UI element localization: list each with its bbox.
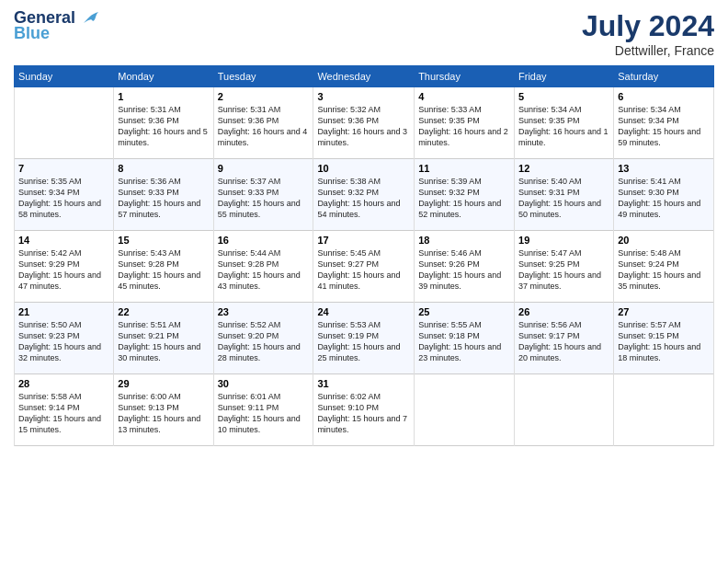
day-number: 2 (218, 91, 310, 102)
day-number: 14 (18, 235, 109, 246)
weekday-header: Wednesday (313, 66, 415, 87)
day-info: Sunrise: 5:41 AM Sunset: 9:30 PM Dayligh… (618, 176, 710, 221)
day-info: Sunrise: 5:43 AM Sunset: 9:28 PM Dayligh… (118, 247, 209, 293)
day-number: 5 (518, 91, 609, 102)
calendar-cell: 25Sunrise: 5:55 AM Sunset: 9:18 PM Dayli… (415, 303, 515, 374)
calendar-cell: 24Sunrise: 5:53 AM Sunset: 9:19 PM Dayli… (313, 303, 415, 374)
day-number: 16 (218, 235, 310, 246)
calendar-cell: 27Sunrise: 5:57 AM Sunset: 9:15 PM Dayli… (614, 303, 714, 374)
calendar-cell: 20Sunrise: 5:48 AM Sunset: 9:24 PM Dayli… (614, 231, 714, 303)
calendar-cell: 17Sunrise: 5:45 AM Sunset: 9:27 PM Dayli… (313, 231, 415, 303)
day-number: 31 (317, 378, 410, 389)
day-number: 28 (18, 378, 109, 389)
month-title: July 2024 (582, 9, 714, 43)
day-info: Sunrise: 5:58 AM Sunset: 9:14 PM Dayligh… (18, 391, 109, 436)
day-number: 4 (418, 91, 510, 102)
calendar-cell: 10Sunrise: 5:38 AM Sunset: 9:32 PM Dayli… (313, 159, 415, 231)
day-info: Sunrise: 5:38 AM Sunset: 9:32 PM Dayligh… (317, 176, 410, 221)
day-info: Sunrise: 5:33 AM Sunset: 9:35 PM Dayligh… (418, 104, 510, 149)
day-number: 3 (317, 91, 410, 102)
calendar-cell: 22Sunrise: 5:51 AM Sunset: 9:21 PM Dayli… (114, 303, 213, 374)
calendar-cell: 15Sunrise: 5:43 AM Sunset: 9:28 PM Dayli… (114, 231, 213, 303)
calendar-cell: 11Sunrise: 5:39 AM Sunset: 9:32 PM Dayli… (415, 159, 515, 231)
calendar-cell: 2Sunrise: 5:31 AM Sunset: 9:36 PM Daylig… (213, 87, 313, 159)
day-number: 21 (18, 306, 109, 317)
day-info: Sunrise: 6:00 AM Sunset: 9:13 PM Dayligh… (118, 391, 209, 436)
location-subtitle: Dettwiller, France (582, 43, 714, 58)
calendar-cell: 8Sunrise: 5:36 AM Sunset: 9:33 PM Daylig… (114, 159, 213, 231)
day-info: Sunrise: 5:55 AM Sunset: 9:18 PM Dayligh… (418, 319, 510, 364)
day-info: Sunrise: 5:47 AM Sunset: 9:25 PM Dayligh… (518, 247, 609, 293)
calendar-cell: 26Sunrise: 5:56 AM Sunset: 9:17 PM Dayli… (515, 303, 614, 374)
day-info: Sunrise: 5:52 AM Sunset: 9:20 PM Dayligh… (218, 319, 310, 364)
day-info: Sunrise: 5:31 AM Sunset: 9:36 PM Dayligh… (218, 104, 310, 149)
calendar-cell: 12Sunrise: 5:40 AM Sunset: 9:31 PM Dayli… (515, 159, 614, 231)
day-info: Sunrise: 5:51 AM Sunset: 9:21 PM Dayligh… (118, 319, 209, 364)
day-info: Sunrise: 5:50 AM Sunset: 9:23 PM Dayligh… (18, 319, 109, 364)
day-number: 20 (618, 235, 710, 246)
calendar-cell: 4Sunrise: 5:33 AM Sunset: 9:35 PM Daylig… (415, 87, 515, 159)
calendar-cell (15, 87, 114, 159)
day-number: 22 (118, 306, 209, 317)
calendar-cell: 13Sunrise: 5:41 AM Sunset: 9:30 PM Dayli… (614, 159, 714, 231)
day-number: 1 (118, 91, 209, 102)
calendar-cell: 3Sunrise: 5:32 AM Sunset: 9:36 PM Daylig… (313, 87, 415, 159)
calendar-cell: 28Sunrise: 5:58 AM Sunset: 9:14 PM Dayli… (15, 374, 114, 446)
calendar-week-row: 1Sunrise: 5:31 AM Sunset: 9:36 PM Daylig… (15, 87, 714, 159)
calendar-cell: 19Sunrise: 5:47 AM Sunset: 9:25 PM Dayli… (515, 231, 614, 303)
day-number: 19 (518, 235, 609, 246)
day-number: 10 (317, 163, 410, 174)
calendar-week-row: 14Sunrise: 5:42 AM Sunset: 9:29 PM Dayli… (15, 231, 714, 303)
day-info: Sunrise: 5:48 AM Sunset: 9:24 PM Dayligh… (618, 247, 710, 293)
calendar-table: SundayMondayTuesdayWednesdayThursdayFrid… (14, 65, 714, 446)
weekday-header: Sunday (15, 66, 114, 87)
day-number: 6 (618, 91, 710, 102)
logo-blue: Blue (14, 24, 50, 43)
calendar-cell: 23Sunrise: 5:52 AM Sunset: 9:20 PM Dayli… (213, 303, 313, 374)
calendar-cell: 21Sunrise: 5:50 AM Sunset: 9:23 PM Dayli… (15, 303, 114, 374)
day-info: Sunrise: 6:01 AM Sunset: 9:11 PM Dayligh… (218, 391, 310, 436)
day-info: Sunrise: 5:46 AM Sunset: 9:26 PM Dayligh… (418, 247, 510, 293)
day-number: 24 (317, 306, 410, 317)
calendar-cell: 29Sunrise: 6:00 AM Sunset: 9:13 PM Dayli… (114, 374, 213, 446)
day-info: Sunrise: 5:42 AM Sunset: 9:29 PM Dayligh… (18, 247, 109, 293)
day-number: 8 (118, 163, 209, 174)
weekday-header: Thursday (415, 66, 515, 87)
calendar-cell: 7Sunrise: 5:35 AM Sunset: 9:34 PM Daylig… (15, 159, 114, 231)
calendar-cell: 18Sunrise: 5:46 AM Sunset: 9:26 PM Dayli… (415, 231, 515, 303)
day-info: Sunrise: 5:45 AM Sunset: 9:27 PM Dayligh… (317, 247, 410, 293)
day-info: Sunrise: 5:53 AM Sunset: 9:19 PM Dayligh… (317, 319, 410, 364)
day-number: 30 (218, 378, 310, 389)
day-info: Sunrise: 5:44 AM Sunset: 9:28 PM Dayligh… (218, 247, 310, 293)
day-info: Sunrise: 5:34 AM Sunset: 9:35 PM Dayligh… (518, 104, 609, 149)
calendar-cell: 14Sunrise: 5:42 AM Sunset: 9:29 PM Dayli… (15, 231, 114, 303)
calendar-week-row: 7Sunrise: 5:35 AM Sunset: 9:34 PM Daylig… (15, 159, 714, 231)
day-number: 15 (118, 235, 209, 246)
day-number: 23 (218, 306, 310, 317)
weekday-header: Tuesday (213, 66, 313, 87)
weekday-header: Saturday (614, 66, 714, 87)
day-number: 18 (418, 235, 510, 246)
calendar-cell: 1Sunrise: 5:31 AM Sunset: 9:36 PM Daylig… (114, 87, 213, 159)
day-info: Sunrise: 5:31 AM Sunset: 9:36 PM Dayligh… (118, 104, 209, 149)
day-number: 9 (218, 163, 310, 174)
day-number: 29 (118, 378, 209, 389)
logo-bird-icon (82, 10, 102, 27)
day-info: Sunrise: 5:35 AM Sunset: 9:34 PM Dayligh… (18, 176, 109, 221)
day-info: Sunrise: 6:02 AM Sunset: 9:10 PM Dayligh… (317, 391, 410, 436)
title-block: July 2024 Dettwiller, France (582, 9, 714, 58)
day-info: Sunrise: 5:32 AM Sunset: 9:36 PM Dayligh… (317, 104, 410, 149)
calendar-cell: 5Sunrise: 5:34 AM Sunset: 9:35 PM Daylig… (515, 87, 614, 159)
day-number: 27 (618, 306, 710, 317)
day-number: 11 (418, 163, 510, 174)
calendar-cell (614, 374, 714, 446)
weekday-header: Friday (515, 66, 614, 87)
calendar-cell (415, 374, 515, 446)
day-number: 7 (18, 163, 109, 174)
header: General Blue July 2024 Dettwiller, Franc… (14, 9, 714, 58)
calendar-cell: 9Sunrise: 5:37 AM Sunset: 9:33 PM Daylig… (213, 159, 313, 231)
day-number: 25 (418, 306, 510, 317)
calendar-cell: 30Sunrise: 6:01 AM Sunset: 9:11 PM Dayli… (213, 374, 313, 446)
day-info: Sunrise: 5:37 AM Sunset: 9:33 PM Dayligh… (218, 176, 310, 221)
day-info: Sunrise: 5:56 AM Sunset: 9:17 PM Dayligh… (518, 319, 609, 364)
